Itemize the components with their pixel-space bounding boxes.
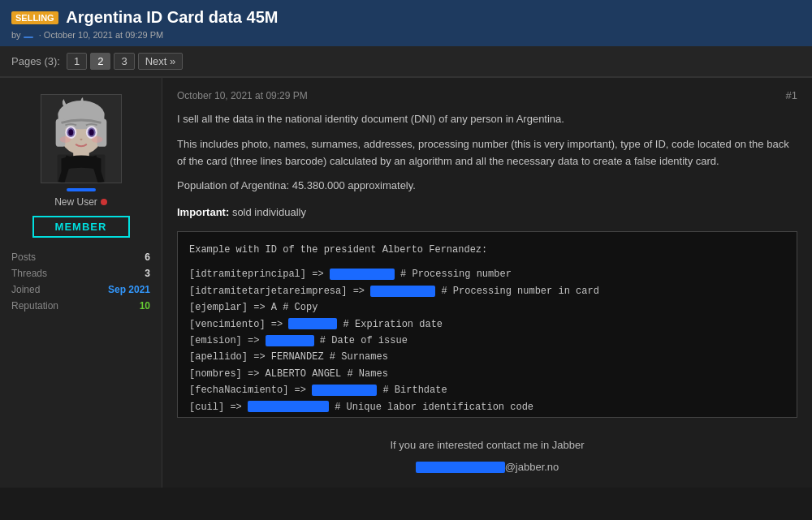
post-content: October 10, 2021 at 09:29 PM #1 I sell a… (162, 78, 812, 488)
selling-tag: SELLING (11, 11, 58, 24)
posts-value: 6 (145, 251, 150, 263)
jabber-redacted (416, 462, 505, 473)
page-1-button[interactable]: 1 (67, 53, 87, 70)
user-role-text: New User (54, 196, 97, 208)
code-comment-1: # Processing number (395, 269, 512, 280)
post-number: #1 (786, 89, 797, 101)
code-line-1: [idtramiteprincipal] => # Processing num… (189, 266, 785, 282)
pagination-bar: Pages (3): 1 2 3 Next » (0, 46, 812, 77)
post-wrapper: New User MEMBER Posts 6 Threads 3 Joined… (0, 77, 812, 488)
code-comment-9: # Unique labor identification code (329, 402, 533, 413)
code-comment-5: # Date of issue (314, 335, 408, 346)
pagination-label: Pages (3): (11, 55, 60, 67)
stat-threads: Threads 3 (8, 265, 153, 281)
svg-point-13 (89, 129, 93, 135)
post-header-line: October 10, 2021 at 09:29 PM #1 (177, 89, 797, 101)
user-name-badge (67, 188, 96, 191)
reputation-value: 10 (140, 300, 150, 312)
svg-point-15 (91, 136, 102, 143)
body-paragraph-3: Population of Argentina: 45.380.000 appr… (177, 178, 797, 195)
stat-joined: Joined Sep 2021 (8, 281, 153, 298)
reputation-label: Reputation (11, 300, 58, 312)
page-2-button[interactable]: 2 (90, 53, 110, 70)
code-key-6: [apellido] => FERNANDEZ # Surnames (189, 351, 388, 363)
code-line-2: [idtramitetarjetareimpresa] => # Process… (189, 283, 785, 299)
code-key-9: [cuil] => (189, 402, 248, 413)
body-paragraph-2: This includes photo, names, surnames, ad… (177, 136, 797, 170)
code-line-3: [ejemplar] => A # Copy (189, 299, 785, 316)
posts-label: Posts (11, 251, 36, 263)
code-header-line: Example with ID of the president Alberto… (189, 242, 785, 258)
by-label: by (11, 30, 21, 40)
contact-section: If you are interested contact me in Jabb… (177, 437, 797, 476)
important-label: Important: (177, 206, 229, 218)
redacted-8 (312, 385, 377, 396)
jabber-suffix: @jabber.no (505, 461, 559, 473)
code-comment-8: # Birthdate (377, 385, 447, 396)
stat-posts: Posts 6 (8, 249, 153, 265)
user-sidebar: New User MEMBER Posts 6 Threads 3 Joined… (0, 78, 162, 488)
redacted-5 (266, 335, 314, 346)
next-page-button[interactable]: Next » (138, 53, 184, 70)
code-key-3: [ejemplar] => A # Copy (189, 302, 317, 313)
important-text: sold individually (229, 206, 306, 218)
redacted-1 (330, 269, 395, 280)
threads-value: 3 (145, 268, 150, 279)
post-title: Argentina ID Card data 45M (66, 8, 278, 26)
svg-point-12 (68, 129, 73, 135)
joined-value: Sep 2021 (108, 284, 150, 295)
user-role-dot (101, 199, 107, 205)
code-comment-4: # Expiration date (337, 319, 443, 330)
code-key-7: [nombres] => ALBERTO ANGEL # Names (189, 368, 388, 380)
post-date: · October 10, 2021 at 09:29 PM (39, 30, 163, 40)
threads-label: Threads (11, 268, 47, 279)
code-line-5: [emision] => # Date of issue (189, 333, 785, 349)
code-line-8: [fechaNacimiento] => # Birthdate (189, 382, 785, 398)
avatar (41, 94, 122, 183)
code-key-8: [fechaNacimiento] => (189, 385, 312, 396)
body-paragraph-1: I sell all the data in the national iden… (177, 111, 797, 128)
post-body: I sell all the data in the national iden… (177, 111, 797, 476)
joined-label: Joined (11, 284, 40, 295)
redacted-4 (288, 318, 337, 329)
contact-text: If you are interested contact me in Jabb… (177, 437, 797, 454)
code-line-4: [vencimiento] => # Expiration date (189, 316, 785, 333)
code-line-7: [nombres] => ALBERTO ANGEL # Names (189, 366, 785, 382)
code-key-1: [idtramiteprincipal] => (189, 269, 330, 280)
redacted-2 (370, 286, 435, 297)
post-timestamp: October 10, 2021 at 09:29 PM (177, 90, 308, 101)
contact-jabber-line: @jabber.no (177, 459, 797, 476)
stat-reputation: Reputation 10 (8, 298, 153, 314)
redacted-9 (248, 401, 329, 412)
page-3-button[interactable]: 3 (114, 53, 134, 70)
code-key-4: [vencimiento] => (189, 319, 288, 330)
code-key-5: [emision] => (189, 335, 266, 346)
user-role: New User (54, 196, 107, 208)
important-line: Important: sold individually (177, 204, 797, 221)
user-rank-box: MEMBER (32, 216, 130, 238)
user-stats: Posts 6 Threads 3 Joined Sep 2021 Reputa… (8, 249, 153, 314)
post-meta: by · October 10, 2021 at 09:29 PM (11, 30, 801, 40)
page-header: SELLING Argentina ID Card data 45M by · … (0, 0, 812, 46)
code-key-2: [idtramitetarjetareimpresa] => (189, 286, 370, 297)
code-line-6: [apellido] => FERNANDEZ # Surnames (189, 349, 785, 365)
svg-point-14 (59, 136, 71, 143)
code-line-9: [cuil] => # Unique labor identification … (189, 399, 785, 415)
author-badge (24, 37, 33, 38)
code-comment-2: # Processing number in card (435, 286, 599, 297)
code-block[interactable]: Example with ID of the president Alberto… (177, 231, 797, 418)
